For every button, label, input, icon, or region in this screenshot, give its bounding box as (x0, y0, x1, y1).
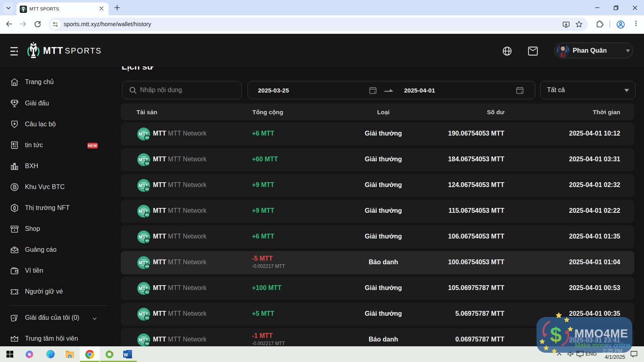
svg-text:MTT: MTT (145, 317, 149, 319)
svg-text:$: $ (550, 323, 562, 346)
svg-text:W: W (124, 352, 128, 357)
svg-text:MTT: MTT (145, 291, 149, 293)
svg-text:MTT: MTT (145, 137, 149, 139)
svg-text:MTT: MTT (145, 162, 149, 165)
svg-text:MTT: MTT (145, 265, 149, 267)
svg-text:MTT: MTT (145, 343, 149, 345)
svg-text:MTT: MTT (145, 188, 149, 190)
svg-text:MTT: MTT (145, 214, 149, 216)
svg-text:MTT: MTT (145, 240, 149, 242)
